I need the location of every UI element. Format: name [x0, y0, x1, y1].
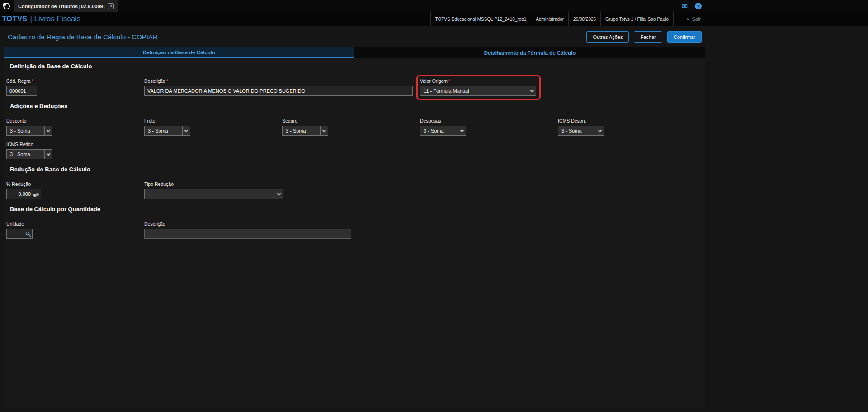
valor-origem-wrap: Valor Origem* 11 - Formula Manual: [420, 78, 536, 96]
tipo-reducao-label: Tipo Redução: [144, 181, 420, 187]
section-reducao-base-calculo: Redução de Base de Cálculo % Redução Tip…: [6, 159, 690, 199]
tipo-reducao-select-value: [145, 189, 275, 199]
adicoes-row-1: Desconto 3 - Soma Frete 3 - Soma Seguro: [6, 118, 690, 136]
page-actions: Outras Ações Fechar Confirmar: [586, 31, 702, 43]
brand-module: | Livros Fiscais: [30, 14, 80, 24]
brand-name: TOTVS: [2, 14, 27, 24]
cod-regra-label: Cód. Regra*: [6, 78, 144, 84]
cod-regra-label-text: Cód. Regra: [6, 78, 31, 84]
field-desconto: Desconto 3 - Soma: [6, 118, 144, 136]
descricao-label: Descrição*: [144, 78, 420, 84]
field-valor-origem: Valor Origem* 11 - Formula Manual: [420, 78, 696, 96]
field-descricao: Descrição*: [144, 78, 420, 96]
tab-detalhamento-formula-calculo[interactable]: Detalhamento da Fórmula de Cálculo: [354, 47, 705, 58]
field-perc-reducao: % Redução: [6, 181, 144, 199]
section-title-adicoes: Adições e Deduções: [6, 96, 690, 113]
tab-bar: Definição da Base de Cálculo Detalhament…: [4, 47, 705, 58]
field-tipo-reducao: Tipo Redução: [144, 181, 420, 199]
field-seguro: Seguro 3 - Soma: [282, 118, 420, 136]
adicoes-row-2: ICMS Retido 3 - Soma: [6, 142, 690, 159]
quantidade-row: Unidade Descrição: [6, 221, 690, 239]
desconto-select-value: 3 - Soma: [7, 126, 44, 135]
section-definicao-base-calculo: Definição da Base de Cálculo Cód. Regra*…: [6, 59, 690, 96]
chevron-down-icon: [596, 126, 604, 135]
window-tab[interactable]: Configurador de Tributos [02.9.0009] ×: [14, 0, 118, 12]
required-marker: *: [32, 78, 33, 84]
required-marker: *: [166, 78, 168, 84]
exit-button[interactable]: × Sair: [686, 12, 701, 26]
unidade-wrap: [6, 229, 33, 239]
field-cod-regra: Cód. Regra*: [6, 78, 144, 96]
icms-retido-select-value: 3 - Soma: [7, 150, 44, 159]
screen: Configurador de Tributos [02.9.0009] × ✉…: [0, 0, 868, 408]
quantidade-descricao-input[interactable]: [144, 229, 351, 239]
other-actions-button[interactable]: Outras Ações: [586, 31, 629, 43]
seguro-select[interactable]: 3 - Soma: [282, 126, 328, 136]
unidade-label: Unidade: [6, 221, 144, 227]
desconto-label: Desconto: [6, 118, 144, 123]
calculator-icon[interactable]: [33, 191, 39, 199]
seguro-select-value: 3 - Soma: [283, 126, 320, 135]
section-base-calculo-quantidade: Base de Cálculo por Quantidade Unidade D…: [6, 199, 690, 239]
valor-origem-select[interactable]: 11 - Formula Manual: [420, 86, 536, 96]
definicao-row: Cód. Regra* Descrição* Valor Origem* 11 …: [6, 78, 690, 96]
field-despesas: Despesas 3 - Soma: [420, 118, 558, 136]
lookup-magnifier-icon[interactable]: [25, 231, 31, 239]
chevron-down-icon: [275, 189, 283, 199]
topbar-icons: ✉ ?: [682, 0, 702, 12]
field-icms-deson: ICMS Deson. 3 - Soma: [558, 118, 696, 136]
field-frete: Frete 3 - Soma: [144, 118, 282, 136]
field-icms-retido: ICMS Retido 3 - Soma: [6, 142, 144, 159]
tipo-reducao-select[interactable]: [144, 189, 283, 199]
quantidade-descricao-label: Descrição: [144, 221, 420, 227]
frete-select-value: 3 - Soma: [145, 126, 182, 135]
tab-definicao-base-calculo[interactable]: Definição da Base de Cálculo: [4, 47, 354, 58]
icms-deson-select[interactable]: 3 - Soma: [558, 126, 604, 136]
help-icon[interactable]: ?: [695, 3, 702, 9]
icms-retido-select[interactable]: 3 - Soma: [6, 149, 52, 159]
cod-regra-input[interactable]: [6, 86, 37, 96]
frete-select[interactable]: 3 - Soma: [144, 126, 190, 136]
session-info: TOTVS Educacional MSSQL P12_2410_rob1 Ad…: [430, 12, 674, 26]
icms-retido-label: ICMS Retido: [6, 142, 144, 147]
chevron-down-icon: [44, 150, 52, 159]
totvs-logo-icon: [3, 3, 10, 9]
chevron-down-icon: [320, 126, 328, 135]
descricao-input[interactable]: [144, 86, 413, 96]
perc-reducao-wrap: [6, 189, 41, 199]
exit-icon: ×: [686, 16, 690, 23]
seguro-label: Seguro: [282, 118, 420, 123]
form-panel: Definição da Base de Cálculo Cód. Regra*…: [4, 58, 705, 408]
page-header: Cadastro de Regra de Base de Cálculo - C…: [0, 26, 868, 47]
required-marker: *: [448, 78, 450, 84]
field-unidade: Unidade: [6, 221, 144, 239]
tab-close-icon[interactable]: ×: [108, 3, 114, 9]
chevron-down-icon: [528, 86, 536, 95]
reducao-row: % Redução Tipo Redução: [6, 181, 690, 199]
icms-deson-label: ICMS Deson.: [558, 118, 696, 123]
chevron-down-icon: [182, 126, 190, 135]
chevron-down-icon: [458, 126, 466, 135]
valor-origem-label: Valor Origem*: [420, 78, 536, 84]
top-window-bar: Configurador de Tributos [02.9.0009] × ✉…: [0, 0, 868, 12]
despesas-label: Despesas: [420, 118, 558, 123]
despesas-select[interactable]: 3 - Soma: [420, 126, 466, 136]
totvs-logo[interactable]: [0, 0, 13, 12]
confirm-button[interactable]: Confirmar: [667, 31, 702, 43]
section-title-quantidade: Base de Cálculo por Quantidade: [6, 199, 690, 216]
session-environment: TOTVS Educacional MSSQL P12_2410_rob1: [430, 12, 531, 26]
section-title-definicao: Definição da Base de Cálculo: [6, 59, 690, 73]
perc-reducao-label: % Redução: [6, 181, 144, 187]
section-adicoes-deducoes: Adições e Deduções Desconto 3 - Soma Fre…: [6, 96, 690, 159]
frete-label: Frete: [144, 118, 282, 123]
descricao-label-text: Descrição: [144, 78, 165, 84]
close-button[interactable]: Fechar: [634, 31, 662, 43]
session-company-branch: Grupo Totvs 1 / Filial Sao Paulo: [600, 12, 674, 26]
valor-origem-label-text: Valor Origem: [420, 78, 448, 84]
mail-icon[interactable]: ✉: [682, 2, 688, 10]
exit-label: Sair: [692, 16, 701, 22]
window-tab-title: Configurador de Tributos [02.9.0009]: [18, 4, 104, 9]
chevron-down-icon: [44, 126, 52, 135]
desconto-select[interactable]: 3 - Soma: [6, 126, 52, 136]
despesas-select-value: 3 - Soma: [420, 126, 458, 135]
